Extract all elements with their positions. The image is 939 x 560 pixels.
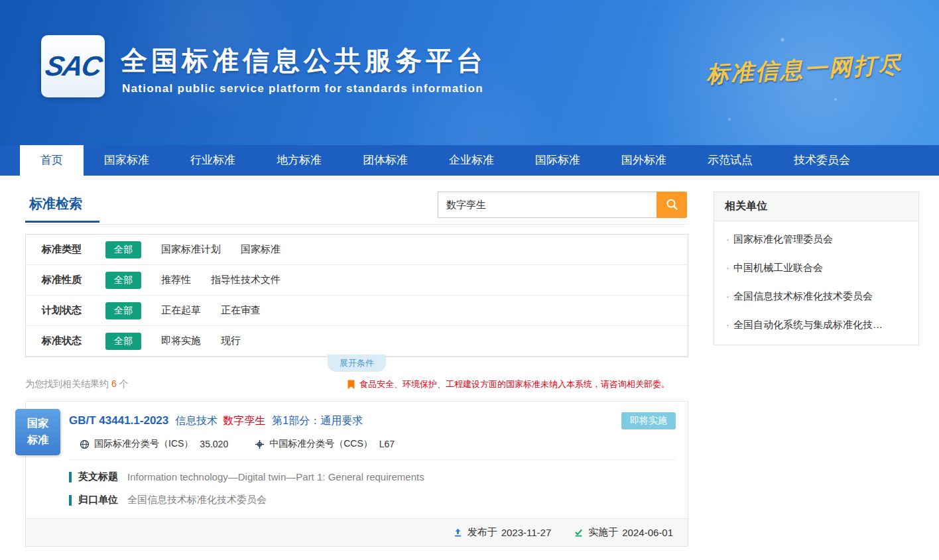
badge-line1: 国家 — [27, 416, 48, 432]
result-count-suffix: 个 — [119, 378, 129, 389]
field-label: 归口单位 — [78, 494, 118, 506]
implemented-date: 2024-06-01 — [622, 527, 673, 538]
search-button[interactable] — [657, 192, 687, 218]
field-value: Information technology—Digital twin—Part… — [127, 471, 424, 482]
implemented-date-item: 实施于 2024-06-01 — [574, 526, 673, 539]
result-info-row: 为您找到相关结果约6个 食品安全、环境保护、工程建设方面的国家标准未纳入本系统，… — [25, 378, 688, 390]
related-unit-link[interactable]: 全国自动化系统与集成标准化技… — [714, 311, 918, 339]
compass-icon — [255, 439, 265, 449]
filter-all-button[interactable]: 全部 — [105, 302, 141, 319]
card-head: GB/T 43441.1-2023 信息技术 数字孪生 第1部分：通用要求 即将… — [26, 402, 688, 506]
search-icon — [665, 197, 678, 213]
ccs-meta: 中国标准分类号（CCS） L67 — [255, 438, 395, 450]
filter-all-button[interactable]: 全部 — [105, 333, 141, 350]
filter-option[interactable]: 即将实施 — [161, 335, 201, 347]
card-meta-row: 国际标准分类号（ICS） 35.020 中国标准分类号（CCS） L67 — [69, 438, 676, 450]
related-units-list: 国家标准化管理委员会 中国机械工业联合会 全国信息技术标准化技术委员会 全国自动… — [714, 221, 918, 345]
related-units-panel: 相关单位 国家标准化管理委员会 中国机械工业联合会 全国信息技术标准化技术委员会… — [714, 192, 919, 345]
ccs-value: L67 — [379, 439, 395, 449]
notice: 食品安全、环境保护、工程建设方面的国家标准未纳入本系统，请咨询相关部委。 — [347, 378, 670, 390]
filter-option[interactable]: 指导性技术文件 — [211, 274, 281, 286]
filter-option[interactable]: 正在起草 — [161, 304, 201, 317]
ics-value: 35.020 — [200, 439, 228, 449]
search-input[interactable] — [438, 192, 657, 218]
notice-text: 食品安全、环境保护、工程建设方面的国家标准未纳入本系统，请咨询相关部委。 — [359, 378, 670, 390]
sac-logo: SAC — [41, 35, 105, 97]
filter-option[interactable]: 国家标准计划 — [161, 243, 221, 256]
publish-upload-icon — [453, 528, 463, 537]
standard-type-badge: 国家 标准 — [15, 409, 60, 455]
filter-label: 标准状态 — [42, 335, 105, 347]
filter-row-standard-type: 标准类型 全部 国家标准计划 国家标准 — [26, 235, 688, 265]
ics-meta: 国际标准分类号（ICS） 35.020 — [80, 438, 228, 450]
standard-title-row: GB/T 43441.1-2023 信息技术 数字孪生 第1部分：通用要求 即将… — [69, 412, 676, 429]
site-header: SAC 全国标准信息公共服务平台 National public service… — [0, 0, 939, 145]
globe-icon — [80, 439, 90, 449]
field-accent-bar — [69, 472, 72, 482]
filter-label: 标准性质 — [42, 274, 105, 286]
standard-title-highlight[interactable]: 数字孪生 — [223, 414, 265, 428]
status-badge: 即将实施 — [621, 412, 676, 429]
result-count-prefix: 为您找到相关结果约 — [25, 378, 109, 389]
nav-item-industry-standards[interactable]: 行业标准 — [170, 145, 256, 176]
nav-item-home[interactable]: 首页 — [20, 145, 84, 176]
nav-item-national-standards[interactable]: 国家标准 — [84, 145, 170, 176]
search-group — [438, 192, 687, 218]
field-label: 英文标题 — [78, 471, 118, 483]
standard-title-part1[interactable]: 信息技术 — [175, 414, 218, 428]
nav-item-local-standards[interactable]: 地方标准 — [256, 145, 342, 176]
field-value: 全国信息技术标准化技术委员会 — [127, 494, 267, 506]
field-english-title: 英文标题 Information technology—Digital twin… — [69, 471, 676, 483]
filter-option[interactable]: 现行 — [221, 335, 241, 347]
filter-all-button[interactable]: 全部 — [105, 272, 141, 289]
filter-option[interactable]: 国家标准 — [241, 243, 281, 256]
nav-item-group-standards[interactable]: 团体标准 — [342, 145, 428, 176]
page-content: 标准检索 标准类型 全部 国家标准计划 国家标准 标准性质 全部 — [0, 176, 939, 547]
published-date: 2023-11-27 — [501, 527, 552, 538]
badge-line2: 标准 — [27, 432, 48, 449]
filter-label: 计划状态 — [42, 304, 105, 317]
site-slogan: 标准信息一网打尽 — [706, 49, 903, 89]
main-nav: 首页 国家标准 行业标准 地方标准 团体标准 企业标准 国际标准 国外标准 示范… — [0, 145, 939, 176]
nav-item-enterprise-standards[interactable]: 企业标准 — [428, 145, 515, 176]
filter-row-standard-status: 标准状态 全部 即将实施 现行 — [26, 326, 688, 357]
card-footer: 发布于 2023-11-27 实施于 2024-06-01 — [26, 518, 688, 546]
ics-label: 国际标准分类号（ICS） — [94, 438, 193, 450]
sac-logo-text: SAC — [42, 50, 103, 82]
site-title: 全国标准信息公共服务平台 — [121, 42, 487, 79]
related-unit-link[interactable]: 中国机械工业联合会 — [714, 254, 918, 282]
filter-label: 标准类型 — [42, 243, 105, 256]
filter-all-button[interactable]: 全部 — [105, 241, 141, 258]
ccs-label: 中国标准分类号（CCS） — [269, 438, 373, 450]
field-committee: 归口单位 全国信息技术标准化技术委员会 — [69, 494, 676, 506]
related-unit-link[interactable]: 国家标准化管理委员会 — [714, 225, 918, 254]
related-units-title: 相关单位 — [714, 192, 918, 221]
filter-row-plan-status: 计划状态 全部 正在起草 正在审查 — [26, 296, 688, 326]
search-section: 标准检索 — [25, 192, 688, 225]
nav-item-international-standards[interactable]: 国际标准 — [515, 145, 601, 176]
tab-standard-search[interactable]: 标准检索 — [25, 192, 99, 223]
nav-item-pilot[interactable]: 示范试点 — [687, 145, 773, 176]
filter-option[interactable]: 推荐性 — [161, 274, 191, 286]
standard-code-link[interactable]: GB/T 43441.1-2023 — [69, 414, 168, 427]
published-date-item: 发布于 2023-11-27 — [453, 526, 552, 539]
result-count: 为您找到相关结果约6个 — [25, 378, 129, 390]
filter-option[interactable]: 正在审查 — [221, 304, 261, 317]
site-subtitle: National public service platform for sta… — [122, 82, 483, 95]
card-divider — [69, 459, 676, 460]
implement-check-icon — [574, 528, 584, 537]
filter-panel: 标准类型 全部 国家标准计划 国家标准 标准性质 全部 推荐性 指导性技术文件 … — [25, 234, 688, 357]
expand-conditions-button[interactable]: 展开条件 — [328, 355, 386, 372]
field-accent-bar — [69, 495, 72, 506]
flag-icon — [347, 380, 355, 390]
related-unit-link[interactable]: 全国信息技术标准化技术委员会 — [714, 282, 918, 311]
filter-row-standard-nature: 标准性质 全部 推荐性 指导性技术文件 — [26, 265, 688, 296]
implemented-label: 实施于 — [588, 526, 618, 539]
published-label: 发布于 — [468, 526, 497, 539]
result-card: 国家 标准 GB/T 43441.1-2023 信息技术 数字孪生 第1部分：通… — [25, 401, 688, 547]
nav-item-technical-committee[interactable]: 技术委员会 — [773, 145, 871, 176]
nav-item-foreign-standards[interactable]: 国外标准 — [601, 145, 687, 176]
standard-title-part2[interactable]: 第1部分：通用要求 — [272, 414, 363, 428]
result-count-number: 6 — [111, 378, 117, 389]
main-column: 标准检索 标准类型 全部 国家标准计划 国家标准 标准性质 全部 — [25, 192, 688, 547]
